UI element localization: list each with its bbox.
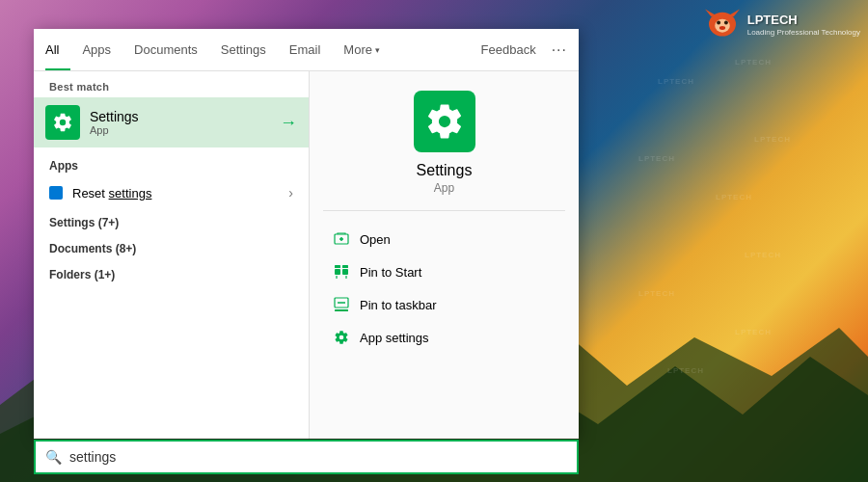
app-preview-type: App <box>434 181 454 195</box>
svg-marker-3 <box>705 10 716 17</box>
search-icon: 🔍 <box>45 449 62 465</box>
gear-icon <box>52 112 73 133</box>
app-gear-icon <box>424 101 465 142</box>
apps-section-header: Apps <box>34 149 309 177</box>
best-match-arrow-icon: → <box>280 113 297 133</box>
chevron-down-icon: ▾ <box>375 45 380 55</box>
app-preview-icon <box>414 91 475 152</box>
svg-rect-13 <box>342 265 348 268</box>
action-pin-taskbar[interactable]: Pin to taskbar <box>325 288 563 321</box>
settings-count-item[interactable]: Settings (7+) <box>34 208 309 234</box>
svg-point-5 <box>715 19 730 33</box>
main-content: Best match Settings App → Apps Reset <box>34 71 579 439</box>
tabs-right: Feedback ··· <box>481 41 567 59</box>
svg-rect-10 <box>335 269 340 275</box>
divider <box>323 210 565 211</box>
svg-point-6 <box>717 21 720 25</box>
best-match-item[interactable]: Settings App → <box>34 97 309 147</box>
action-app-settings[interactable]: App settings <box>325 321 563 354</box>
tab-apps[interactable]: Apps <box>70 29 122 70</box>
app-preview-name: Settings <box>417 162 473 179</box>
reset-settings-label: Reset settings <box>72 186 288 201</box>
tab-settings[interactable]: Settings <box>209 29 278 70</box>
search-bar[interactable]: 🔍 settings <box>34 440 579 474</box>
app-settings-icon <box>333 329 350 346</box>
tab-more[interactable]: More ▾ <box>332 29 392 70</box>
action-pin-start-label: Pin to Start <box>360 265 421 280</box>
tab-email[interactable]: Email <box>278 29 333 70</box>
action-app-settings-label: App settings <box>360 331 429 345</box>
right-panel: Settings App Open <box>309 71 579 439</box>
search-panel: All Apps Documents Settings Email More ▾… <box>34 29 579 439</box>
svg-marker-4 <box>729 10 740 17</box>
more-options-button[interactable]: ··· <box>552 41 567 59</box>
action-open-label: Open <box>360 232 391 247</box>
pin-taskbar-icon <box>333 296 350 313</box>
feedback-link[interactable]: Feedback <box>481 42 536 57</box>
logo-brand-text: LPTECH <box>747 13 860 28</box>
reset-settings-item[interactable]: Reset settings › <box>34 177 309 208</box>
tab-documents[interactable]: Documents <box>122 29 209 70</box>
search-input-value[interactable]: settings <box>69 449 116 465</box>
svg-point-7 <box>724 21 728 25</box>
action-list: Open Pin to Start <box>310 223 579 354</box>
left-panel: Best match Settings App → Apps Reset <box>34 71 309 439</box>
reset-icon <box>49 186 63 200</box>
tab-all[interactable]: All <box>45 29 70 70</box>
documents-count-item[interactable]: Documents (8+) <box>34 234 309 260</box>
reset-arrow-icon: › <box>288 185 293 201</box>
tabs-left: All Apps Documents Settings Email More ▾ <box>45 29 392 70</box>
svg-point-8 <box>719 26 725 30</box>
logo-tagline: Loading Professional Technology <box>747 28 860 37</box>
action-pin-taskbar-label: Pin to taskbar <box>360 298 437 312</box>
best-match-info: Settings App <box>90 109 280 136</box>
open-icon <box>333 230 350 248</box>
svg-rect-11 <box>342 269 348 275</box>
action-pin-start[interactable]: Pin to Start <box>325 255 563 288</box>
best-match-app-icon <box>45 105 80 140</box>
logo-area: LPTECH Loading Professional Technology <box>703 8 860 41</box>
action-open[interactable]: Open <box>325 223 563 255</box>
tabs-bar: All Apps Documents Settings Email More ▾… <box>34 29 579 71</box>
svg-rect-15 <box>335 309 348 311</box>
logo-icon <box>703 8 742 41</box>
svg-rect-12 <box>335 265 340 268</box>
best-match-label: Best match <box>34 71 309 97</box>
best-match-name: Settings <box>90 109 280 124</box>
pin-start-icon <box>333 263 350 281</box>
folders-count-item[interactable]: Folders (1+) <box>34 260 309 286</box>
best-match-type: App <box>90 124 280 136</box>
